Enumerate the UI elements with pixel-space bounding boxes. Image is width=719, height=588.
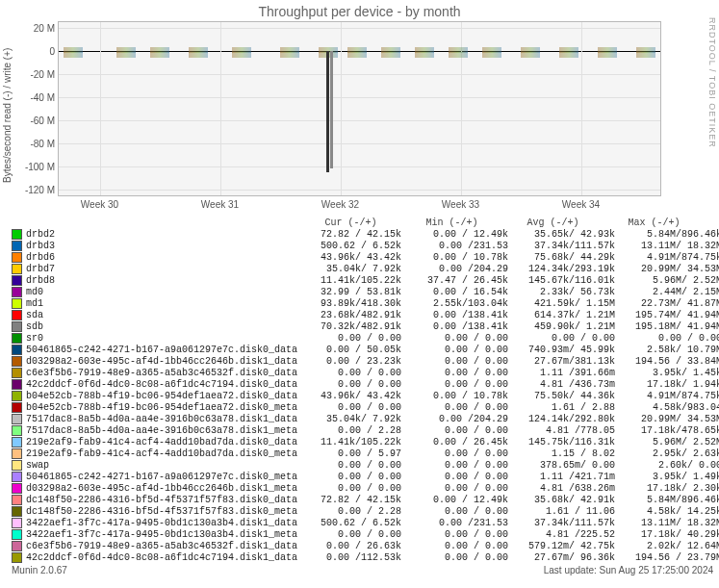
legend-row: sda23.68k/482.91k0.00 /138.41k614.37k/ 1… <box>12 309 719 320</box>
legend-min: 0.00 / 0.00 <box>407 333 514 344</box>
col-min: Min (-/+) <box>401 217 502 228</box>
legend-max: 17.18k/478.65k <box>621 425 719 436</box>
legend-row: 3422aef1-3f7c-417a-9495-0bd1c130a3b4.dis… <box>12 517 719 528</box>
chart-title: Throughput per device - by month <box>0 0 719 21</box>
legend-cur: 35.04k/ 7.92k <box>300 414 407 424</box>
legend-swatch <box>12 495 22 505</box>
legend-swatch <box>12 425 22 436</box>
col-avg: Avg (-/+) <box>502 217 603 228</box>
legend-min: 0.00 / 0.00 <box>407 552 514 563</box>
legend-name: sr0 <box>26 333 300 344</box>
legend-max: 4.58k/ 14.25k <box>621 506 719 517</box>
legend-row: 7517dac8-8a5b-4d0a-aa4e-3916b0c63a78.dis… <box>12 413 719 424</box>
legend-avg: 378.65m/ 0.00 <box>514 460 621 471</box>
legend-max: 195.18M/ 41.94M <box>621 321 719 332</box>
legend-avg: 614.37k/ 1.21M <box>514 310 621 320</box>
legend-cur: 43.96k/ 43.42k <box>300 391 407 401</box>
legend-swatch <box>12 472 22 482</box>
legend-min: 0.00 / 10.78k <box>407 391 514 401</box>
legend-cur: 93.89k/418.30k <box>300 298 407 309</box>
legend-row: b04e52cb-788b-4f19-bc06-954def1aea72.dis… <box>12 390 719 401</box>
legend-row: c6e3f5b6-7919-48e9-a365-a5ab3c46532f.dis… <box>12 367 719 378</box>
x-tick: Week 34 <box>562 199 600 210</box>
legend-avg: 75.50k/ 44.36k <box>514 391 621 401</box>
y-tick: -60 M <box>30 115 55 126</box>
legend-max: 5.96M/ 2.52M <box>621 437 719 447</box>
legend-cur: 0.00 / 50.05k <box>300 345 407 355</box>
legend-row: swap0.00 / 0.000.00 / 0.00378.65m/ 0.002… <box>12 459 719 471</box>
legend-name: dc148f50-2286-4316-bf5d-4f5371f57f83.dis… <box>26 506 300 517</box>
y-tick: 20 M <box>34 23 55 34</box>
legend-row: drbd643.96k/ 43.42k0.00 / 10.78k75.68k/ … <box>12 251 719 263</box>
legend-name: 3422aef1-3f7c-417a-9495-0bd1c130a3b4.dis… <box>26 529 300 540</box>
legend-cur: 500.62 / 6.52k <box>300 518 407 528</box>
legend-name: dc148f50-2286-4316-bf5d-4f5371f57f83.dis… <box>26 495 300 505</box>
y-tick: -20 M <box>30 69 55 80</box>
legend-cur: 11.41k/105.22k <box>300 437 407 447</box>
legend-swatch <box>12 310 22 320</box>
legend-swatch <box>12 252 22 263</box>
legend-avg: 579.12m/ 42.75k <box>514 541 621 551</box>
legend-row: drbd3500.62 / 6.52k0.00 /231.5337.34k/11… <box>12 240 719 251</box>
legend-cur: 70.32k/482.91k <box>300 321 407 332</box>
legend-avg: 4.81 /638.26m <box>514 483 621 494</box>
legend-avg: 4.81 /778.05 <box>514 425 621 436</box>
legend-max: 194.56 / 23.79M <box>621 552 719 563</box>
legend-min: 2.55k/103.04k <box>407 298 514 309</box>
legend-max: 13.11M/ 18.32M <box>621 518 719 528</box>
legend-row: md193.89k/418.30k2.55k/103.04k421.59k/ 1… <box>12 297 719 309</box>
legend-swatch <box>12 264 22 274</box>
legend-max: 3.95k/ 1.45k <box>621 368 719 378</box>
legend-max: 13.11M/ 18.32M <box>621 241 719 251</box>
legend-cur: 0.00 / 0.00 <box>300 483 407 494</box>
legend-swatch <box>12 529 22 540</box>
legend-name: d03298a2-603e-495c-af4d-1bb46cc2646b.dis… <box>26 356 300 367</box>
legend-max: 4.91M/874.75k <box>621 391 719 401</box>
y-tick: -40 M <box>30 92 55 103</box>
legend-avg: 2.33k/ 56.73k <box>514 287 621 297</box>
legend-max: 2.44M/ 2.15M <box>621 287 719 297</box>
y-tick: -80 M <box>30 139 55 149</box>
legend-swatch <box>12 460 22 471</box>
legend-avg: 37.34k/111.57k <box>514 518 621 528</box>
legend-cur: 72.82 / 42.15k <box>300 229 407 240</box>
legend-row: md032.99 / 53.81k0.00 / 16.54k2.33k/ 56.… <box>12 286 719 297</box>
legend-cur: 0.00 / 0.00 <box>300 460 407 471</box>
legend-name: md1 <box>26 298 300 309</box>
legend-max: 22.73M/ 41.87M <box>621 298 719 309</box>
legend-avg: 421.59k/ 1.15M <box>514 298 621 309</box>
legend-min: 0.00 /138.41k <box>407 321 514 332</box>
legend-name: 219e2af9-fab9-41c4-acf4-4add10bad7da.dis… <box>26 448 300 459</box>
legend-min: 0.00 /231.53 <box>407 518 514 528</box>
legend-name: drbd8 <box>26 275 300 286</box>
legend-name: 219e2af9-fab9-41c4-acf4-4add10bad7da.dis… <box>26 437 300 447</box>
legend-row: 50461865-c242-4271-b167-a9a061297e7c.dis… <box>12 471 719 482</box>
legend-max: 5.96M/ 2.52M <box>621 275 719 286</box>
legend-cur: 32.99 / 53.81k <box>300 287 407 297</box>
legend-cur: 0.00 / 0.00 <box>300 333 407 344</box>
legend-swatch <box>12 483 22 494</box>
legend-min: 0.00 /138.41k <box>407 310 514 320</box>
legend-swatch <box>12 402 22 413</box>
legend-swatch <box>12 345 22 355</box>
legend-name: b04e52cb-788b-4f19-bc06-954def1aea72.dis… <box>26 402 300 413</box>
x-tick: Week 31 <box>201 199 239 210</box>
legend-name: 50461865-c242-4271-b167-a9a061297e7c.dis… <box>26 345 300 355</box>
legend-avg: 145.67k/116.01k <box>514 275 621 286</box>
legend-avg: 27.67m/ 96.36k <box>514 552 621 563</box>
legend-cur: 0.00 / 5.97 <box>300 448 407 459</box>
legend-name: 7517dac8-8a5b-4d0a-aa4e-3916b0c63a78.dis… <box>26 425 300 436</box>
y-tick: -100 M <box>25 162 55 172</box>
legend-name: drbd2 <box>26 229 300 240</box>
legend-max: 2.60k/ 0.00 <box>621 460 719 471</box>
col-max: Max (-/+) <box>603 217 705 228</box>
legend-name: sda <box>26 310 300 320</box>
legend-row: 219e2af9-fab9-41c4-acf4-4add10bad7da.dis… <box>12 436 719 447</box>
legend-avg: 124.14k/292.80k <box>514 414 621 424</box>
legend-cur: 35.04k/ 7.92k <box>300 264 407 274</box>
legend-swatch <box>12 229 22 240</box>
legend-avg: 27.67m/381.13k <box>514 356 621 367</box>
legend-row: 42c2ddcf-0f6d-4dc0-8c08-a6f1dc4c7194.dis… <box>12 551 719 563</box>
legend-cur: 0.00 / 2.28 <box>300 506 407 517</box>
legend-max: 5.84M/896.46k <box>621 229 719 240</box>
